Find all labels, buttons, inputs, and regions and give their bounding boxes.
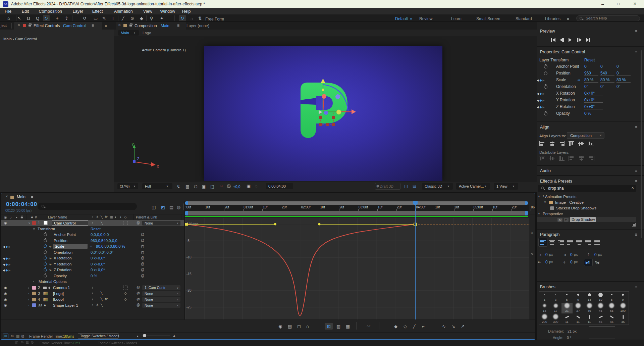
composition-mini-flowchart-icon[interactable]: ◫ — [152, 205, 156, 209]
material-options-label[interactable]: Material Options — [39, 280, 67, 284]
time-navigator-bar[interactable] — [185, 201, 528, 205]
timeline-search-box[interactable] — [38, 203, 137, 210]
workspace-overflow[interactable]: » — [567, 16, 569, 21]
keyframe-nav[interactable]: ◀ ◆ ▶ — [537, 92, 545, 95]
motion-blur-icon[interactable]: ◍ — [177, 205, 180, 209]
layers-icon[interactable]: ◍ — [21, 334, 24, 338]
crop-region-icon[interactable]: ⬚ — [210, 185, 214, 189]
frame-forward-button[interactable] — [577, 38, 582, 42]
brush-cell-13[interactable] — [584, 292, 595, 302]
brush-cell-45[interactable] — [595, 303, 606, 313]
pick-whip-icon[interactable]: @ — [137, 221, 140, 225]
breadcrumb-main[interactable]: Main — [121, 31, 129, 36]
ground-plane-icon[interactable]: ◫ — [404, 184, 408, 188]
stopwatch-icon[interactable] — [44, 245, 47, 248]
layer-expander-icon[interactable]: › — [28, 304, 29, 307]
property-value[interactable]: 0,0°,0,0°,0,0° — [91, 250, 113, 255]
keyframe-nav[interactable]: ◀ ◆ ▶ — [537, 99, 545, 102]
graph-include-icon[interactable]: ∿ — [49, 263, 52, 266]
effects-tree-item[interactable]: Drop Shadow — [572, 217, 595, 222]
work-area-green-bar[interactable] — [185, 216, 528, 217]
layer-switch-quality-icon[interactable]: ╲ — [101, 303, 103, 307]
brush-cell-45[interactable] — [595, 314, 606, 325]
layer-switch-quality-icon[interactable]: ╲ — [101, 298, 103, 301]
layer-name[interactable]: Shape Layer 1 — [53, 303, 78, 308]
tool-pan-camera-icon[interactable]: + — [56, 16, 59, 20]
layer-switch-cube-icon[interactable]: ◇ — [124, 292, 127, 295]
hold-keyframe-icon[interactable]: ◇ — [404, 324, 407, 329]
graph-include-icon[interactable]: ∿ — [49, 268, 52, 272]
paragraph-align-justify-last-right-button[interactable] — [584, 238, 592, 246]
breadcrumb-logo[interactable]: Logo — [143, 31, 151, 36]
stopwatch-icon[interactable] — [44, 251, 47, 254]
menu-window[interactable]: Window — [160, 9, 175, 14]
property-value[interactable]: 960,0,540,0,0,0 — [91, 239, 117, 243]
stopwatch-icon[interactable] — [44, 268, 47, 271]
workspace-menu-icon[interactable]: ≡ — [410, 17, 412, 20]
layer-switch-shy-icon[interactable]: ♁ — [91, 303, 94, 307]
zoom-out-mountain-icon[interactable]: ▴ — [137, 335, 139, 338]
keyframe-nav[interactable]: ◀ ◆ ▶ — [3, 269, 11, 272]
paragraph-align-justify-all-button[interactable] — [593, 238, 601, 246]
lock-icon[interactable] — [29, 24, 31, 27]
work-area-bar[interactable] — [185, 211, 528, 215]
mask-toggle-icon[interactable]: ⬡ — [194, 185, 197, 189]
tool-orbit-camera-icon[interactable]: ↻ — [44, 16, 48, 20]
tool-camera-dolly-icon[interactable]: ⇅ — [198, 16, 202, 20]
separate-dimensions-icon[interactable]: x,y — [367, 324, 371, 327]
brush-cell-11[interactable] — [584, 314, 595, 325]
ease-in-icon[interactable]: ↘ — [451, 324, 455, 329]
tool-pen-icon[interactable]: ✎ — [102, 16, 106, 20]
rtl-icon[interactable]: ¶◀ — [595, 261, 598, 264]
audio-panel-title-menu-icon[interactable]: ≡ — [635, 169, 637, 173]
panel-label-chip-red[interactable] — [23, 24, 26, 27]
paragraph-align-right-button[interactable] — [557, 238, 565, 246]
brush-cell-65[interactable] — [606, 303, 617, 313]
brush-cell-9[interactable] — [618, 292, 629, 302]
zoom-in-mountain-icon[interactable]: ▲ — [172, 334, 176, 338]
play-button[interactable] — [569, 38, 572, 42]
effects-tree-item[interactable]: Stacked Drop Shadows — [556, 206, 596, 211]
minimize-button[interactable]: – — [601, 2, 604, 6]
brush-cell-17[interactable] — [550, 303, 561, 313]
menu-composition[interactable]: Composition — [39, 9, 62, 14]
brush-cell-13[interactable] — [539, 303, 550, 313]
brush-cell-5[interactable] — [606, 292, 617, 302]
space-after-value[interactable]: 0 — [570, 260, 573, 264]
layer-expander-icon[interactable]: › — [28, 298, 29, 301]
right-panel-scrollbar[interactable] — [641, 50, 642, 238]
pick-whip-icon[interactable]: @ — [141, 274, 144, 278]
paragraph-panel-title-menu-icon[interactable]: ≡ — [635, 233, 637, 237]
prop-value[interactable]: 0x+0° — [584, 104, 595, 109]
layer-expander-icon[interactable]: › — [28, 292, 29, 295]
auto-bezier-icon[interactable]: ⌐ — [422, 324, 425, 329]
comp-marker-bin-icon[interactable]: ⬦ — [531, 231, 533, 235]
property-label[interactable]: Scale — [55, 244, 64, 249]
layer-switch-shy-icon[interactable]: ♁ — [91, 221, 94, 225]
go-to-start-button[interactable] — [551, 38, 555, 42]
group-expander-icon[interactable]: › — [33, 280, 34, 283]
menu-edit[interactable]: Edit — [22, 9, 29, 14]
workspace-default[interactable]: Default — [395, 16, 408, 21]
tool-type-icon[interactable]: T — [112, 16, 114, 20]
graph-options-icon[interactable]: ▤ — [288, 324, 292, 329]
tool-hand-icon[interactable]: Ω — [27, 16, 30, 20]
effects-tree-item[interactable]: Perspective — [543, 212, 563, 216]
frame-back-button[interactable] — [560, 38, 564, 42]
layer-switch-quality-icon[interactable]: ╲ — [101, 221, 103, 225]
close-button[interactable]: ✕ — [633, 2, 637, 6]
transparency-grid-icon[interactable]: ▦ — [185, 185, 189, 189]
brush-angle-value[interactable]: 0 ° — [567, 336, 572, 340]
keyframe-nav[interactable]: ◀ ◆ ▶ — [537, 79, 545, 82]
paragraph-align-justify-last-center-button[interactable] — [575, 238, 583, 246]
layer-visibility-eye-icon[interactable]: ◉ — [4, 304, 7, 307]
property-label[interactable]: Opacity — [54, 274, 67, 279]
workspace-standard[interactable]: Standard — [516, 16, 532, 21]
snap-icon[interactable]: ∩ — [306, 324, 309, 329]
tool-rotation-icon[interactable]: ↺ — [83, 16, 87, 20]
prop-value[interactable]: 0 — [600, 64, 603, 69]
go-to-end-button[interactable] — [586, 38, 590, 42]
layer-name[interactable]: Cam Control — [54, 221, 76, 226]
layer-visibility-eye-icon[interactable]: ◉ — [4, 221, 7, 225]
workspace-libraries[interactable]: Libraries — [545, 16, 560, 21]
